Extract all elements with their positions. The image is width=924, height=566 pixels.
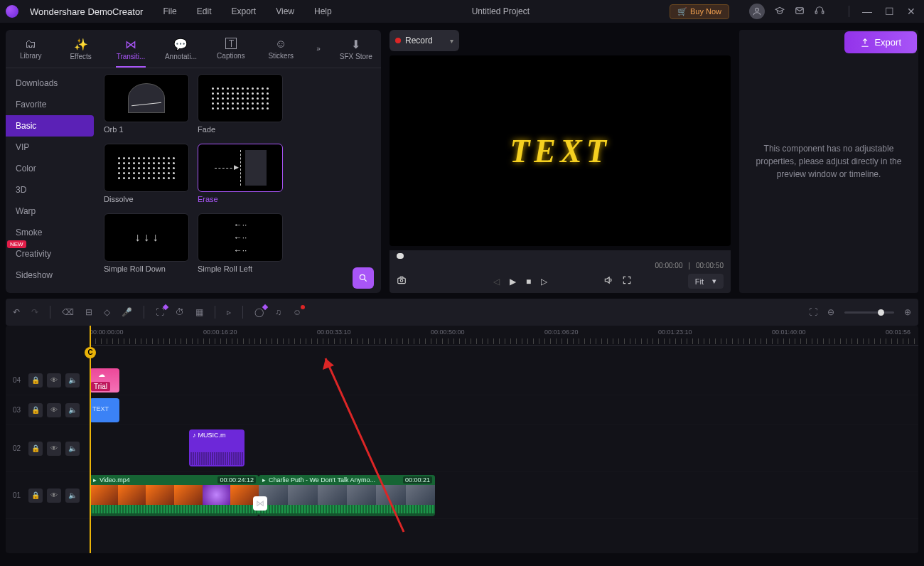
main-menu: File Edit Export View Help [163,6,331,16]
ruler-mark: 00:00:16:20 [203,329,237,336]
tab-stickers[interactable]: ☺Stickers [256,30,306,68]
sidebar-item-downloads[interactable]: Downloads [6,73,98,94]
clip-music[interactable]: ♪MUSIC.m [189,429,245,466]
prev-frame-icon[interactable]: ◁ [493,277,500,287]
voiceover-icon[interactable]: 🎤 [122,307,132,317]
clip-video-a[interactable]: ▸Video.mp400:00:24:12 [90,475,259,516]
tab-label: Library [20,52,42,60]
search-button[interactable] [353,267,374,289]
transition-item[interactable]: Orb 1 [104,74,189,134]
export-button[interactable]: Export [844,31,917,53]
lock-icon[interactable]: 🔒 [28,442,43,456]
clip-trial[interactable]: ☁Trial [90,368,119,393]
mute-icon[interactable]: 🔈 [65,373,80,388]
support-icon[interactable] [815,6,824,18]
marker-icon[interactable]: ◇ [104,307,110,317]
cursor-icon[interactable]: ▹ [227,307,231,317]
tab-transitions[interactable]: ⋈Transiti... [106,30,156,68]
volume-icon[interactable] [603,275,613,287]
menu-file[interactable]: File [163,6,176,16]
stop-icon[interactable]: ■ [526,277,531,287]
tab-sfxstore[interactable]: ⬇SFX Store [331,30,381,68]
track-number: 03 [13,406,24,414]
sidebar-item-basic[interactable]: Basic [6,115,94,137]
sidebar-item-color[interactable]: Color [6,158,98,179]
snapshot-icon[interactable] [397,275,407,287]
eye-icon[interactable]: 👁 [47,442,61,456]
transition-item[interactable]: Erase [198,144,283,203]
fullscreen-icon[interactable] [622,275,632,287]
menu-export[interactable]: Export [231,6,256,16]
zoom-slider[interactable] [844,311,894,314]
eye-icon[interactable]: 👁 [47,403,61,417]
transition-item[interactable]: Fade [198,74,283,134]
close-button[interactable]: ✕ [907,6,915,17]
transition-marker[interactable]: ⋈ [253,496,267,511]
mute-icon[interactable]: 🔈 [65,442,80,456]
eye-icon[interactable]: 👁 [47,488,61,503]
user-avatar[interactable] [749,4,765,19]
split-icon[interactable]: ⊟ [85,307,92,317]
tab-more[interactable]: » [306,30,331,68]
sidebar-item-3d[interactable]: 3D [6,179,98,201]
maximize-button[interactable]: ☐ [885,6,894,17]
sidebar-item-creativity[interactable]: NEWCreativity [6,243,98,265]
menu-view[interactable]: View [276,6,294,16]
transition-item[interactable]: Dissolve [104,144,189,203]
sidebar-item-vip[interactable]: VIP [6,137,98,158]
transition-item[interactable]: ↓ ↓ ↓Simple Roll Down [104,213,189,273]
minimize-button[interactable]: — [862,6,872,17]
timeline-ruler[interactable]: 00:00:00:00 00:00:16:20 00:00:33:10 00:0… [90,326,918,346]
tab-captions[interactable]: 🅃Captions [206,30,256,68]
crop-icon[interactable]: ⛶ [156,307,164,317]
menu-edit[interactable]: Edit [197,6,212,16]
color-icon[interactable]: ▦ [195,307,203,317]
tab-library[interactable]: 🗂Library [6,30,55,68]
sidebar-item-warp[interactable]: Warp [6,201,98,222]
fit-timeline-icon[interactable]: ⛶ [809,307,817,317]
academy-icon[interactable] [775,6,785,18]
clip-title: Video.mp4 [100,476,130,484]
clip-text[interactable]: TEXT [90,398,119,422]
lock-icon[interactable]: 🔒 [28,488,43,503]
more-icon: » [316,45,321,53]
preview-viewport[interactable]: TEXT [390,55,731,246]
zoom-out-icon[interactable]: ⊖ [827,307,834,317]
transition-item[interactable]: ←··←··←··Simple Roll Left [198,213,283,273]
redo-icon[interactable]: ↷ [31,307,38,317]
clip-video-b[interactable]: ▸Charlie Puth - We Don't Talk Anymo...00… [259,475,435,516]
zoom-in-icon[interactable]: ⊕ [904,307,911,317]
denoise-icon[interactable]: ◯ [254,307,264,317]
delete-icon[interactable]: ⌫ [62,307,74,317]
progress-bar[interactable] [397,255,724,257]
tab-annotations[interactable]: 💬Annotati... [156,30,205,68]
record-button[interactable]: Record ▾ [390,30,459,51]
track-number: 04 [13,376,24,384]
eye-icon[interactable]: 👁 [47,373,61,388]
ruler-mark: 00:01:40:00 [772,329,806,336]
lock-icon[interactable]: 🔒 [28,403,43,417]
buy-now-button[interactable]: 🛒 Buy Now [670,4,729,19]
play-icon[interactable]: ▶ [510,277,516,287]
tab-effects[interactable]: ✨Effects [55,30,105,68]
next-frame-icon[interactable]: ▷ [541,277,547,287]
mail-icon[interactable] [795,6,805,18]
mute-icon[interactable]: 🔈 [65,488,80,503]
separator [242,306,243,319]
face-icon[interactable]: ☺ [293,307,301,317]
undo-icon[interactable]: ↶ [13,307,20,317]
sidebar-item-sideshow[interactable]: Sideshow [6,265,98,286]
sidebar-item-speedblur[interactable]: Speed Blur [6,286,98,293]
fit-selector[interactable]: Fit▾ [688,274,724,289]
library-icon: 🗂 [25,38,36,50]
clip-duration: 00:00:24:12 [217,476,256,484]
playhead[interactable] [90,326,91,553]
sidebar-item-favorite[interactable]: Favorite [6,94,98,115]
menu-help[interactable]: Help [314,6,332,16]
mute-icon[interactable]: 🔈 [65,403,80,417]
audio-edit-icon[interactable]: ♫ [275,307,281,317]
titlebar: Wondershare DemoCreator File Edit Export… [0,0,924,23]
lock-icon[interactable]: 🔒 [28,373,43,388]
speed-icon[interactable]: ⏱ [176,307,184,317]
ruler-mark: 00:01:56 [886,329,910,336]
